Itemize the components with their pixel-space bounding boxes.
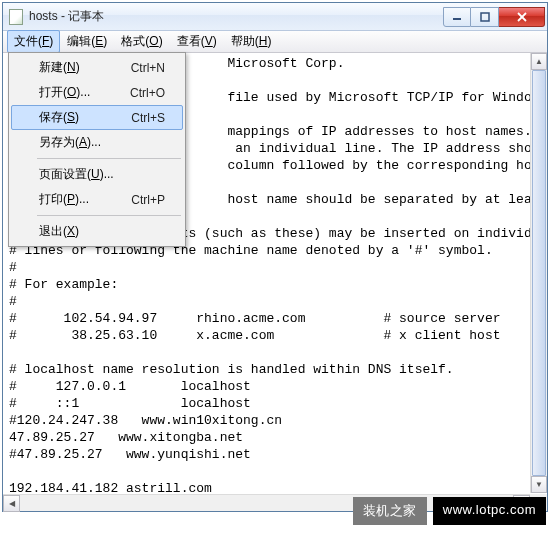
document-icon <box>9 9 23 25</box>
menu-separator <box>37 215 181 216</box>
window-controls <box>443 7 545 27</box>
menu-item-label: 打开(O)... <box>39 84 90 101</box>
scroll-up-button[interactable]: ▲ <box>531 53 547 70</box>
vertical-scrollbar[interactable]: ▲ ▼ <box>530 53 547 493</box>
menu-item-shortcut: Ctrl+P <box>131 193 165 207</box>
menu-item-label: 另存为(A)... <box>39 134 101 151</box>
file-menu-dropdown: 新建(N)Ctrl+N打开(O)...Ctrl+O保存(S)Ctrl+S另存为(… <box>8 52 186 247</box>
menu-item-label: 退出(X) <box>39 223 79 240</box>
watermark-right: www.lotpc.com <box>433 497 546 525</box>
menu-item-shortcut: Ctrl+N <box>131 61 165 75</box>
window-title: hosts - 记事本 <box>29 8 104 25</box>
file-menu-item[interactable]: 退出(X) <box>11 219 183 244</box>
file-menu-item[interactable]: 另存为(A)... <box>11 130 183 155</box>
menu-item-f[interactable]: 文件(F) <box>7 30 60 53</box>
file-menu-item[interactable]: 页面设置(U)... <box>11 162 183 187</box>
notepad-window: hosts - 记事本 文件(F)编辑(E)格式(O)查看(V)帮助(H) Mi… <box>2 2 548 512</box>
scroll-thumb-v[interactable] <box>532 70 546 476</box>
minimize-button[interactable] <box>443 7 471 27</box>
watermark: 装机之家 www.lotpc.com <box>353 497 546 525</box>
menu-item-h[interactable]: 帮助(H) <box>224 30 279 53</box>
menu-item-label: 保存(S) <box>39 109 79 126</box>
maximize-button[interactable] <box>471 7 499 27</box>
scroll-left-button[interactable]: ◀ <box>3 495 20 512</box>
file-menu-item[interactable]: 打印(P)...Ctrl+P <box>11 187 183 212</box>
menu-separator <box>37 158 181 159</box>
menubar: 文件(F)编辑(E)格式(O)查看(V)帮助(H) <box>3 31 547 53</box>
close-button[interactable] <box>499 7 545 27</box>
svg-rect-1 <box>481 13 489 21</box>
file-menu-item[interactable]: 打开(O)...Ctrl+O <box>11 80 183 105</box>
file-menu-item[interactable]: 保存(S)Ctrl+S <box>11 105 183 130</box>
menu-item-label: 新建(N) <box>39 59 80 76</box>
watermark-left: 装机之家 <box>353 497 427 525</box>
menu-item-label: 页面设置(U)... <box>39 166 114 183</box>
menu-item-shortcut: Ctrl+S <box>131 111 165 125</box>
scroll-down-button[interactable]: ▼ <box>531 476 547 493</box>
file-menu-item[interactable]: 新建(N)Ctrl+N <box>11 55 183 80</box>
menu-item-e[interactable]: 编辑(E) <box>60 30 114 53</box>
menu-item-o[interactable]: 格式(O) <box>114 30 169 53</box>
menu-item-label: 打印(P)... <box>39 191 89 208</box>
menu-item-v[interactable]: 查看(V) <box>170 30 224 53</box>
title-left: hosts - 记事本 <box>3 8 104 25</box>
menu-item-shortcut: Ctrl+O <box>130 86 165 100</box>
titlebar[interactable]: hosts - 记事本 <box>3 3 547 31</box>
